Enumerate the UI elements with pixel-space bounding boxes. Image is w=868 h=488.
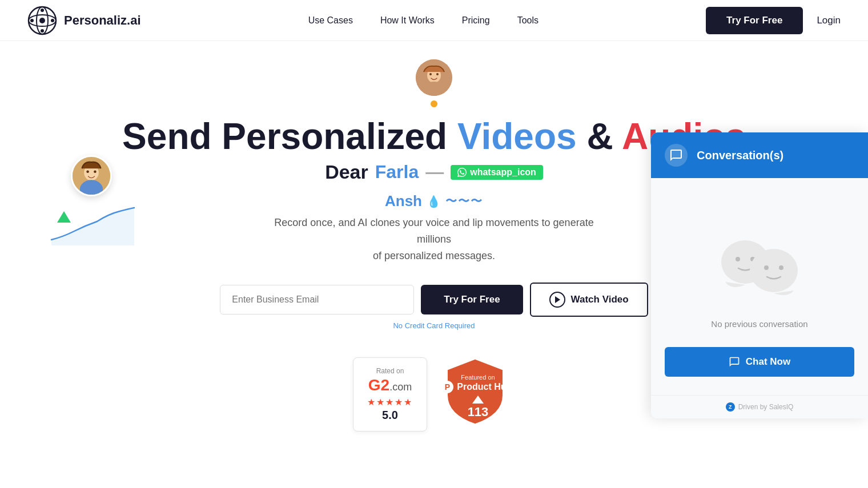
conv-footer: Z Driven by SalesIQ	[651, 395, 868, 418]
conv-title: Conversation(s)	[697, 149, 783, 162]
svg-point-6	[30, 19, 34, 22]
salesiq-logo-icon: Z	[726, 402, 735, 412]
ph-featured-on: Featured on	[461, 374, 495, 381]
svg-point-21	[750, 249, 798, 292]
conv-header: Conversation(s)	[651, 132, 868, 178]
dynamic-text-row: Dear Farla — whatsapp_icon	[325, 161, 543, 183]
try-free-nav-button[interactable]: Try For Free	[706, 7, 803, 34]
g2-score: 5.0	[382, 409, 398, 422]
avatar-male	[71, 155, 112, 196]
svg-point-17	[94, 170, 97, 173]
logo-icon	[27, 6, 57, 35]
left-floating	[46, 155, 137, 251]
watch-video-button[interactable]: Watch Video	[530, 283, 648, 317]
whatsapp-label: whatsapp_icon	[470, 167, 536, 178]
svg-point-19	[736, 257, 740, 261]
dear-label: Dear	[325, 161, 368, 183]
nav-how-it-works[interactable]: How It Works	[380, 15, 435, 25]
conv-illustration	[714, 219, 805, 305]
nav-use-cases[interactable]: Use Cases	[308, 15, 353, 25]
logo-link[interactable]: Personaliz.ai	[27, 6, 141, 35]
ph-logo-row: P Product Hunt	[441, 381, 515, 393]
logo-text: Personaliz.ai	[64, 13, 141, 28]
play-triangle-icon	[555, 296, 560, 303]
ph-p-icon: P	[441, 381, 453, 393]
svg-point-5	[41, 29, 44, 33]
hero-section: Send Personalized Videos & Audios Dear F…	[0, 41, 868, 488]
water-drop-icon: 💧	[427, 195, 441, 208]
dash-separator: —	[425, 162, 444, 183]
g2-rated-on: Rated on	[376, 367, 404, 375]
nav-right: Try For Free Login	[706, 7, 841, 34]
svg-point-3	[39, 18, 45, 23]
nav-pricing[interactable]: Pricing	[462, 15, 490, 25]
audio-waves-icon: 〜〜〜	[445, 193, 483, 209]
svg-point-11	[429, 73, 432, 75]
try-free-hero-button[interactable]: Try For Free	[421, 285, 523, 314]
ph-badge: Featured on P Product Hunt 113	[441, 357, 515, 431]
dynamic-name: Farla	[375, 162, 419, 183]
chat-now-button[interactable]: Chat Now	[665, 347, 854, 377]
svg-point-7	[51, 19, 54, 22]
hero-subtext: Record once, and AI clones your voice an…	[257, 215, 611, 264]
conv-chat-icon	[665, 144, 688, 167]
svg-point-16	[86, 170, 89, 173]
dynamic-row2: Ansh 💧 〜〜〜	[385, 192, 483, 210]
conv-body: No previous conversation Chat Now	[651, 178, 868, 395]
ph-content: Featured on P Product Hunt 113	[441, 369, 515, 420]
no-prev-conv: No previous conversation	[711, 319, 807, 329]
whatsapp-badge: whatsapp_icon	[451, 165, 543, 180]
ph-count: 113	[468, 405, 489, 420]
no-conv-illustration	[714, 231, 805, 305]
ph-arrow-icon	[472, 396, 484, 404]
dynamic-name2: Ansh	[385, 192, 422, 210]
growth-chart	[46, 205, 137, 251]
nav-links: Use Cases How It Works Pricing Tools	[308, 15, 539, 26]
cta-row: Try For Free Watch Video	[220, 283, 648, 317]
navbar: Personaliz.ai Use Cases How It Works Pri…	[0, 0, 868, 41]
no-cc-label: No Credit Card Required	[393, 321, 475, 330]
svg-point-12	[436, 73, 439, 75]
avatar-dot	[431, 100, 437, 107]
triangle-up-icon	[57, 211, 71, 223]
avatar-top	[416, 59, 452, 96]
badges-row: Rated on G2.com ★★★★★ 5.0 Featured on P …	[353, 357, 515, 431]
svg-point-23	[779, 265, 783, 270]
g2-stars: ★★★★★	[367, 397, 413, 408]
g2-logo: G2.com	[368, 376, 412, 394]
g2-badge: Rated on G2.com ★★★★★ 5.0	[353, 357, 427, 431]
ph-site: Product Hunt	[457, 382, 515, 392]
email-input[interactable]	[220, 285, 414, 314]
play-circle-icon	[549, 292, 565, 308]
svg-point-4	[41, 9, 44, 12]
nav-tools[interactable]: Tools	[517, 15, 539, 25]
svg-point-22	[764, 265, 769, 270]
conversation-panel: Conversation(s)	[651, 132, 868, 418]
login-link[interactable]: Login	[817, 15, 841, 26]
